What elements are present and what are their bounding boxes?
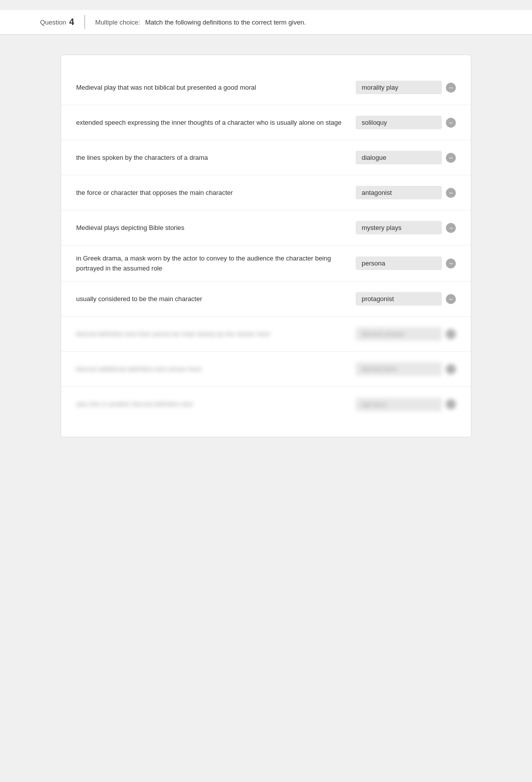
definition-text: blurred additional definition text shown… — [76, 364, 356, 374]
remove-answer-button[interactable]: − — [446, 258, 456, 269]
remove-answer-button[interactable]: − — [446, 399, 456, 409]
matching-row: extended speech expressing the inner tho… — [61, 105, 471, 140]
definition-text: in Greek drama, a mask worn by the actor… — [76, 253, 356, 273]
definition-text: the force or character that opposes the … — [76, 188, 356, 198]
question-divider — [84, 15, 85, 29]
remove-answer-button[interactable]: − — [446, 223, 456, 233]
answer-col: protagonist− — [356, 292, 456, 306]
answer-pill: blurred term — [356, 362, 442, 376]
question-number: 4 — [69, 17, 74, 28]
matching-row: the lines spoken by the characters of a … — [61, 140, 471, 175]
matching-row: in Greek drama, a mask worn by the actor… — [61, 245, 471, 282]
definition-text: blurred definition text that cannot be r… — [76, 329, 356, 339]
remove-answer-button[interactable]: − — [446, 188, 456, 198]
question-text: Match the following definitions to the c… — [145, 19, 306, 26]
header-bar: Question 4 Multiple choice: Match the fo… — [0, 10, 532, 35]
answer-col: soliloquy− — [356, 116, 456, 129]
answer-col: last term− — [356, 398, 456, 411]
answer-pill: morality play — [356, 81, 442, 94]
matching-row: blurred definition text that cannot be r… — [61, 317, 471, 352]
definition-text: the lines spoken by the characters of a … — [76, 153, 356, 163]
answer-col: blurred answer− — [356, 327, 456, 341]
remove-answer-button[interactable]: − — [446, 364, 456, 374]
remove-answer-button[interactable]: − — [446, 153, 456, 163]
answer-pill: blurred answer — [356, 327, 442, 341]
matching-row: Medieval plays depicting Bible storiesmy… — [61, 210, 471, 245]
question-card: Medieval play that was not biblical but … — [61, 55, 471, 437]
remove-answer-button[interactable]: − — [446, 329, 456, 339]
matching-table: Medieval play that was not biblical but … — [61, 70, 471, 422]
remove-answer-button[interactable]: − — [446, 118, 456, 128]
answer-pill: last term — [356, 398, 442, 411]
main-content: Medieval play that was not biblical but … — [0, 55, 532, 437]
matching-row: Medieval play that was not biblical but … — [61, 70, 471, 105]
definition-text: also this is another blurred definition … — [76, 399, 356, 409]
definition-text: extended speech expressing the inner tho… — [76, 118, 356, 128]
extra-space — [0, 437, 532, 538]
answer-pill: antagonist — [356, 186, 442, 199]
remove-answer-button[interactable]: − — [446, 83, 456, 93]
answer-col: persona− — [356, 256, 456, 270]
answer-col: blurred term− — [356, 362, 456, 376]
remove-answer-button[interactable]: − — [446, 294, 456, 304]
answer-col: mystery plays− — [356, 221, 456, 234]
answer-pill: persona — [356, 256, 442, 270]
definition-text: Medieval plays depicting Bible stories — [76, 223, 356, 233]
answer-col: dialogue− — [356, 151, 456, 164]
definition-text: Medieval play that was not biblical but … — [76, 83, 356, 93]
answer-pill: dialogue — [356, 151, 442, 164]
definition-text: usually considered to be the main charac… — [76, 294, 356, 304]
matching-row: the force or character that opposes the … — [61, 175, 471, 210]
answer-pill: soliloquy — [356, 116, 442, 129]
answer-col: antagonist− — [356, 186, 456, 199]
answer-pill: mystery plays — [356, 221, 442, 234]
matching-row: also this is another blurred definition … — [61, 387, 471, 422]
answer-pill: protagonist — [356, 292, 442, 306]
question-label: Question — [40, 19, 66, 26]
matching-row: blurred additional definition text shown… — [61, 352, 471, 387]
question-type: Multiple choice: — [95, 19, 140, 26]
page-container: Question 4 Multiple choice: Match the fo… — [0, 0, 532, 782]
answer-col: morality play− — [356, 81, 456, 94]
matching-row: usually considered to be the main charac… — [61, 282, 471, 317]
